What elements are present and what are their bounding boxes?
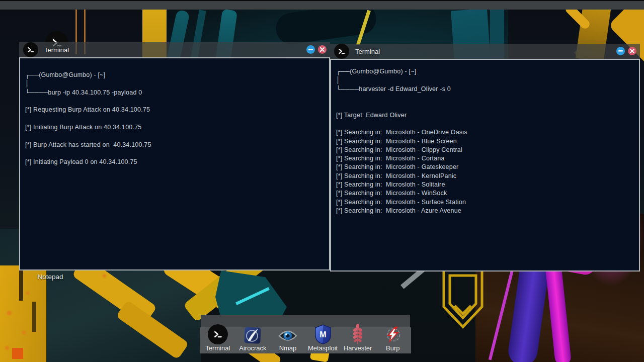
terminal-line: │ <box>25 79 324 88</box>
terminal-line: [*] Searching in: Microsloth - Gateskeep… <box>336 163 634 171</box>
terminal-prompt-icon <box>23 42 38 57</box>
terminal-line: [*] Searching in: Microsloth - Surface S… <box>336 198 634 207</box>
window-titlebar[interactable]: Terminal <box>330 44 640 59</box>
dock-item-label: Airocrack <box>239 345 266 352</box>
dock-item-airocrack[interactable]: Airocrack <box>235 327 271 353</box>
terminal-line <box>25 97 324 106</box>
wallpaper-shape <box>12 348 23 359</box>
terminal-window-harvester: Terminal ┌──(Gumbo@Gumbo) - [~]│└────har… <box>330 44 640 272</box>
wallpaper-particle <box>22 331 26 334</box>
terminal-line <box>25 115 324 123</box>
dock: Terminal Airocrack <box>200 327 411 353</box>
terminal-line <box>25 132 324 140</box>
terminal-line: [*] Searching in: Microsloth - Cortana <box>336 154 634 163</box>
wallpaper-shape <box>19 265 23 301</box>
terminal-line: [*] Target: Edward Oliver <box>336 111 634 120</box>
window-titlebar[interactable]: Terminal <box>19 42 330 57</box>
terminal-output[interactable]: ┌──(Gumbo@Gumbo) - [~]│└────harvester -d… <box>330 59 640 272</box>
dock-item-label: Nmap <box>279 345 297 352</box>
wallpaper-particle <box>7 311 12 315</box>
wheat-icon <box>352 324 364 344</box>
terminal-line: └────burp -ip 40.34.100.75 -payload 0 <box>25 88 324 97</box>
desktop-icon-notepad[interactable]: Notepad <box>28 272 73 281</box>
terminal-line <box>25 149 324 158</box>
close-button[interactable] <box>318 45 327 54</box>
feather-icon <box>244 326 262 344</box>
dock-item-label: Metasploit <box>308 345 338 352</box>
window-title: Terminal <box>355 48 380 55</box>
terminal-line <box>336 102 634 111</box>
terminal-line: [*] Burp Attack has started on 40.34.100… <box>25 141 324 149</box>
terminal-line: [*] Searching in: Microsloth - Azure Ave… <box>336 207 634 215</box>
terminal-line: │ <box>336 76 634 84</box>
close-icon <box>320 47 325 52</box>
wallpaper-particle <box>5 346 9 350</box>
lightning-icon <box>383 325 403 344</box>
dock-item-label: Terminal <box>205 345 230 352</box>
terminal-line: [*] Searching in: Microsloth - WinSock <box>336 189 634 198</box>
shield-m-icon: M <box>314 324 332 344</box>
minimize-icon <box>308 49 313 50</box>
svg-text:M: M <box>319 330 326 339</box>
dock-item-nmap[interactable]: Nmap <box>270 327 305 353</box>
terminal-line: [*] Initiating Burp Attack on 40.34.100.… <box>25 123 324 132</box>
terminal-line: └────harvester -d Edward_Oliver -s 0 <box>336 85 634 94</box>
terminal-line: [*] Searching in: Microsloth - OneDrive … <box>336 128 634 137</box>
terminal-output[interactable]: ┌──(Gumbo@Gumbo) - [~]│└────burp -ip 40.… <box>19 57 330 270</box>
terminal-line: [*] Initiating Payload 0 on 40.34.100.75 <box>25 158 324 166</box>
close-button[interactable] <box>628 47 636 55</box>
desktop-screen: Terminal Notepad Terminal <box>0 0 644 362</box>
terminal-line <box>336 94 634 102</box>
desktop-icon-label: Notepad <box>37 273 63 281</box>
minimize-button[interactable] <box>306 45 315 54</box>
terminal-prompt-icon <box>334 44 349 59</box>
dock-item-terminal[interactable]: Terminal <box>200 327 235 353</box>
terminal-line <box>336 120 634 128</box>
terminal-window-burp: Terminal ┌──(Gumbo@Gumbo) - [~]│└────bur… <box>19 42 330 270</box>
terminal-line: ┌──(Gumbo@Gumbo) - [~] <box>336 67 634 76</box>
minimize-icon <box>618 50 623 52</box>
close-icon <box>630 49 634 53</box>
wallpaper-shape <box>32 302 36 332</box>
terminal-line: [*] Searching in: Microsloth - Blue Scre… <box>336 137 634 146</box>
terminal-line: ┌──(Gumbo@Gumbo) - [~] <box>25 71 324 79</box>
window-title: Terminal <box>44 46 69 54</box>
dock-item-metasploit[interactable]: M Metasploit <box>305 327 341 353</box>
dock-top-strip <box>201 315 410 327</box>
eye-icon <box>278 327 298 344</box>
terminal-line: [*] Searching in: Microsloth - KernelPan… <box>336 172 634 180</box>
terminal-line: [*] Searching in: Microsloth - Solitaire <box>336 180 634 189</box>
top-bar <box>0 0 644 10</box>
terminal-line: [*] Requesting Burp Attack on 40.34.100.… <box>25 106 324 114</box>
minimize-button[interactable] <box>616 47 625 55</box>
terminal-prompt-icon <box>208 324 228 344</box>
wallpaper-particle <box>103 274 106 278</box>
dock-item-burp[interactable]: Burp <box>375 327 411 353</box>
terminal-line: [*] Searching in: Microsloth - Clippy Ce… <box>336 146 634 154</box>
wallpaper-shield-badge <box>438 266 488 337</box>
dock-item-label: Harvester <box>344 345 372 352</box>
dock-item-label: Burp <box>386 345 399 352</box>
wallpaper-particle <box>26 292 29 295</box>
dock-item-harvester[interactable]: Harvester <box>340 327 375 353</box>
